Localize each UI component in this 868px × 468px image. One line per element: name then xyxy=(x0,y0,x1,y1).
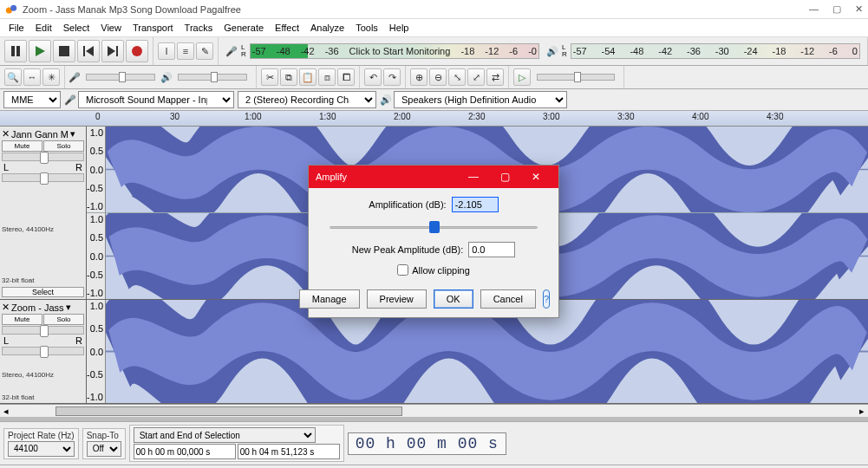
timeline-ruler[interactable]: 0 30 1:00 1:30 2:00 2:30 3:00 3:30 4:00 … xyxy=(0,111,868,127)
track-menu-icon[interactable]: ▾ xyxy=(66,302,71,313)
copy-button[interactable]: ⧉ xyxy=(280,68,297,86)
audio-host-select[interactable]: MME xyxy=(3,91,61,108)
track-menu-icon[interactable]: ▾ xyxy=(70,128,75,140)
cut-button[interactable]: ✂ xyxy=(261,68,278,86)
stop-button[interactable] xyxy=(53,40,75,62)
horizontal-scrollbar[interactable]: ◂▸ xyxy=(0,404,868,417)
selection-tool-icon[interactable]: I xyxy=(158,42,175,60)
menu-edit[interactable]: Edit xyxy=(30,21,57,35)
skip-start-button[interactable] xyxy=(77,40,100,62)
playback-device-select[interactable]: Speakers (High Definition Audio xyxy=(394,91,567,108)
envelope-tool-icon[interactable]: ≡ xyxy=(177,42,194,60)
playback-meter[interactable]: -57 -54 -48 -42 -36 -30 -24 -18 -12 -6 0 xyxy=(571,43,860,59)
ok-button[interactable]: OK xyxy=(434,289,473,309)
dialog-maximize[interactable]: ▢ xyxy=(489,171,520,183)
menu-file[interactable]: File xyxy=(3,21,29,35)
cancel-button[interactable]: Cancel xyxy=(480,289,536,309)
trim-button[interactable]: ⧈ xyxy=(318,68,336,86)
recording-volume-slider[interactable] xyxy=(86,74,155,81)
window-minimize[interactable]: — xyxy=(809,3,819,15)
project-rate-select[interactable]: 44100 xyxy=(8,441,75,457)
project-rate-label: Project Rate (Hz) xyxy=(8,431,75,440)
zoom-fit-sel-button[interactable]: ⤡ xyxy=(448,68,466,86)
menu-help[interactable]: Help xyxy=(384,21,414,35)
zoom-out-button[interactable]: ⊖ xyxy=(429,68,447,86)
window-maximize[interactable]: ▢ xyxy=(832,3,841,15)
track-close-icon[interactable]: ✕ xyxy=(2,302,10,313)
pan-slider[interactable] xyxy=(2,347,84,355)
menu-analyze[interactable]: Analyze xyxy=(305,21,349,35)
track-header-1[interactable]: ✕Jann Gann M▾ MuteSolo LR Stereo, 44100H… xyxy=(0,127,87,299)
amplification-label: Amplification (dB): xyxy=(369,199,446,210)
skip-end-button[interactable] xyxy=(101,40,124,62)
menu-tracks[interactable]: Tracks xyxy=(179,21,219,35)
dialog-minimize[interactable]: — xyxy=(458,171,489,183)
paste-button[interactable]: 📋 xyxy=(299,68,317,86)
snap-to-select[interactable]: Off xyxy=(87,441,121,457)
mute-button[interactable]: Mute xyxy=(2,314,42,325)
allow-clipping-label: Allow clipping xyxy=(412,265,470,276)
redo-button[interactable]: ↷ xyxy=(383,68,401,86)
draw-tool-icon[interactable]: ✎ xyxy=(196,42,213,60)
new-peak-input[interactable] xyxy=(468,242,515,257)
zoom-fit-button[interactable]: ⤢ xyxy=(467,68,485,86)
play-button[interactable] xyxy=(29,40,51,62)
new-peak-label: New Peak Amplitude (dB): xyxy=(352,244,463,255)
allow-clipping-checkbox[interactable] xyxy=(397,264,408,276)
recording-meter[interactable]: -57 -48 -42 -36 Click to Start Monitorin… xyxy=(250,43,539,59)
gain-slider[interactable] xyxy=(2,326,84,335)
playback-volume-slider[interactable] xyxy=(178,74,247,81)
mute-button[interactable]: Mute xyxy=(2,140,42,152)
solo-button[interactable]: Solo xyxy=(43,314,84,325)
recording-device-select[interactable]: Microsoft Sound Mapper - Input xyxy=(78,91,234,108)
svg-rect-5 xyxy=(59,46,69,56)
device-mic-icon: 🎤 xyxy=(64,94,76,106)
play-at-speed-button[interactable]: ▷ xyxy=(513,68,531,86)
window-title: Zoom - Jass Manak Mp3 Song Download Paga… xyxy=(23,4,809,15)
svg-rect-3 xyxy=(16,46,20,56)
menu-view[interactable]: View xyxy=(95,21,127,35)
dialog-close[interactable]: ✕ xyxy=(520,171,551,183)
app-icon xyxy=(5,3,17,16)
gain-slider[interactable] xyxy=(2,153,84,161)
window-close[interactable]: ✕ xyxy=(855,3,863,15)
menubar: File Edit Select View Transport Tracks G… xyxy=(0,19,868,37)
selection-end-input[interactable] xyxy=(238,444,340,459)
selection-mode-select[interactable]: Start and End of Selection xyxy=(134,427,316,443)
menu-select[interactable]: Select xyxy=(58,21,95,35)
undo-button[interactable]: ↶ xyxy=(364,68,382,86)
manage-button[interactable]: Manage xyxy=(299,289,360,309)
preview-button[interactable]: Preview xyxy=(367,289,427,309)
svg-rect-9 xyxy=(116,46,118,56)
device-speaker-icon: 🔊 xyxy=(380,94,392,106)
menu-tools[interactable]: Tools xyxy=(350,21,383,35)
timeshift-tool-icon[interactable]: ↔ xyxy=(23,68,41,86)
recording-channels-select[interactable]: 2 (Stereo) Recording Chann xyxy=(238,91,376,108)
record-button[interactable] xyxy=(126,40,148,62)
rec-vol-mic-icon: 🎤 xyxy=(69,72,81,83)
silence-button[interactable]: ⧠ xyxy=(337,68,355,86)
track-select-button[interactable]: Select xyxy=(2,287,84,297)
help-button[interactable]: ? xyxy=(543,289,550,309)
svg-rect-6 xyxy=(83,46,85,56)
menu-generate[interactable]: Generate xyxy=(219,21,269,35)
amplification-slider[interactable] xyxy=(330,219,538,235)
amplification-input[interactable] xyxy=(452,197,499,212)
speaker-icon: 🔊 xyxy=(546,46,558,57)
zoom-toggle-button[interactable]: ⇄ xyxy=(486,68,504,86)
play-speed-slider[interactable] xyxy=(537,74,615,81)
svg-point-1 xyxy=(10,4,16,10)
svg-marker-4 xyxy=(36,46,45,56)
multi-tool-icon[interactable]: ✳ xyxy=(42,68,60,86)
svg-marker-7 xyxy=(86,46,94,56)
menu-transport[interactable]: Transport xyxy=(127,21,179,35)
zoom-in-button[interactable]: ⊕ xyxy=(410,68,427,86)
pause-button[interactable] xyxy=(4,40,27,62)
track-close-icon[interactable]: ✕ xyxy=(2,128,10,140)
track-header-2[interactable]: ✕Zoom - Jass▾ MuteSolo LR Stereo, 44100H… xyxy=(0,300,87,403)
solo-button[interactable]: Solo xyxy=(43,140,84,152)
zoom-tool-icon[interactable]: 🔍 xyxy=(4,68,22,86)
pan-slider[interactable] xyxy=(2,173,84,182)
selection-start-input[interactable] xyxy=(134,444,236,459)
menu-effect[interactable]: Effect xyxy=(270,21,304,35)
